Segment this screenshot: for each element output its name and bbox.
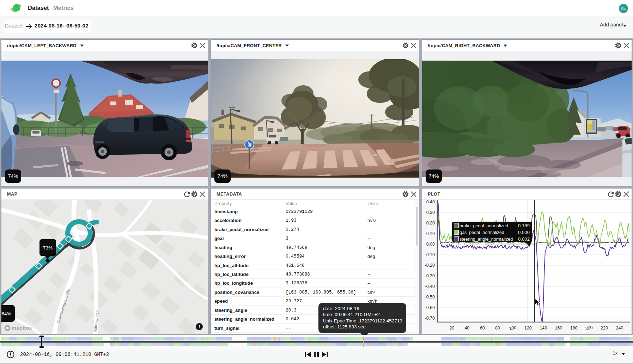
svg-text:60: 60 xyxy=(480,326,485,331)
svg-text:0.20: 0.20 xyxy=(426,221,435,226)
svg-text:0.002: 0.002 xyxy=(518,236,530,242)
svg-text:0.000: 0.000 xyxy=(518,230,530,235)
svg-text:0.00: 0.00 xyxy=(426,242,435,247)
svg-text:73%: 73% xyxy=(43,245,53,251)
svg-text:brake_pedal_normalized: brake_pedal_normalized xyxy=(459,223,508,228)
svg-text:0.30: 0.30 xyxy=(426,210,435,215)
svg-text:64%: 64% xyxy=(1,311,11,316)
svg-text:-0.10: -0.10 xyxy=(425,252,435,257)
svg-text:20: 20 xyxy=(449,326,454,331)
svg-text:mapbox: mapbox xyxy=(12,325,32,331)
svg-text:220: 220 xyxy=(601,326,608,331)
svg-text:40: 40 xyxy=(465,326,470,331)
svg-text:-0.60: -0.60 xyxy=(425,305,435,310)
svg-text:160: 160 xyxy=(555,326,562,331)
svg-text:-0.50: -0.50 xyxy=(425,295,435,300)
svg-text:-0.40: -0.40 xyxy=(425,284,435,289)
svg-text:i: i xyxy=(199,324,200,329)
svg-text:0.10: 0.10 xyxy=(426,231,435,236)
svg-text:140: 140 xyxy=(540,326,547,331)
svg-text:-0.30: -0.30 xyxy=(425,273,435,278)
svg-text:gas_pedal_normalized: gas_pedal_normalized xyxy=(459,230,504,235)
svg-text:180: 180 xyxy=(570,326,578,331)
svg-text:80: 80 xyxy=(495,326,500,331)
svg-text:steering_angle_normalized: steering_angle_normalized xyxy=(459,237,513,242)
svg-text:0.40: 0.40 xyxy=(426,200,435,204)
svg-text:-0.70: -0.70 xyxy=(425,316,435,321)
svg-text:120: 120 xyxy=(524,326,532,331)
svg-text:240: 240 xyxy=(616,326,623,331)
svg-text:0.189: 0.189 xyxy=(518,223,530,228)
svg-text:-0.20: -0.20 xyxy=(425,263,435,268)
